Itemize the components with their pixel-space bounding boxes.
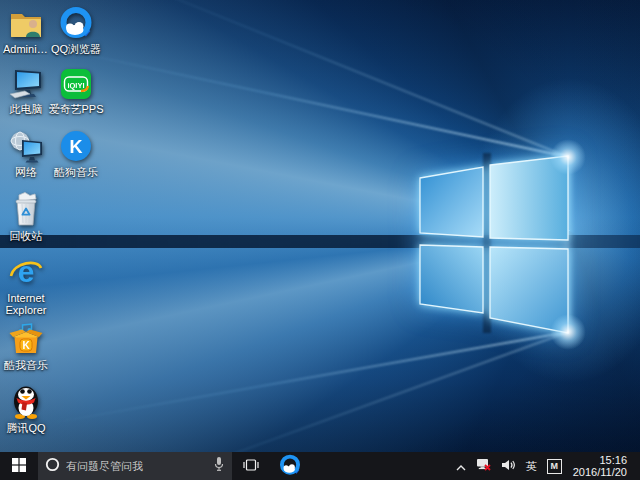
desktop-icon-network[interactable]: 网络 — [2, 129, 50, 178]
task-view-icon — [243, 459, 259, 474]
desktop-icon-tencent-qq[interactable]: 腾讯QQ — [2, 385, 50, 434]
desktop-icon-iqiyi-pps[interactable]: iQIYI 爱奇艺PPS — [52, 66, 100, 115]
logo-corner-glow — [550, 314, 586, 350]
logo-corner-glow — [550, 139, 586, 175]
user-folder-icon — [9, 6, 43, 40]
microphone-icon[interactable] — [213, 456, 225, 476]
icon-label: 酷狗音乐 — [54, 166, 98, 178]
desktop-icon-this-pc[interactable]: 此电脑 — [2, 66, 50, 115]
desktop-wallpaper: Administrator QQ浏览器 — [0, 0, 640, 452]
iqiyi-wordmark: iQIYI — [67, 81, 84, 90]
system-tray: 英 M 15:16 2016/11/20 — [451, 452, 640, 480]
qq-browser-icon — [279, 454, 301, 479]
search-placeholder: 有问题尽管问我 — [66, 459, 207, 474]
chevron-up-icon — [456, 459, 466, 474]
ie-letter: e — [18, 255, 35, 288]
desktop-icon-qq-browser[interactable]: QQ浏览器 — [52, 6, 100, 55]
icon-label: 回收站 — [10, 230, 43, 242]
desktop-icon-kugou-music[interactable]: K 酷狗音乐 — [52, 129, 100, 178]
desktop-icon-administrator[interactable]: Administrator — [2, 6, 50, 55]
kuwo-letter: K — [22, 340, 30, 351]
windows-logo — [418, 150, 570, 340]
kugou-letter: K — [70, 137, 83, 157]
recycle-bin-icon — [10, 193, 42, 227]
internet-explorer-icon: e — [8, 255, 44, 289]
icon-label: Internet Explorer — [2, 292, 50, 316]
icon-label: QQ浏览器 — [51, 43, 101, 55]
clock[interactable]: 15:16 2016/11/20 — [567, 454, 635, 479]
iqiyi-icon: iQIYI — [60, 66, 92, 100]
clock-date: 2016/11/20 — [573, 466, 627, 479]
qq-penguin-icon — [11, 385, 41, 419]
ime-mode-button[interactable]: M — [542, 452, 567, 480]
cortana-search-box[interactable]: 有问题尽管问我 — [38, 452, 232, 480]
computer-icon — [8, 66, 44, 100]
light-ray — [32, 331, 568, 452]
taskbar-qq-browser-button[interactable] — [270, 452, 310, 480]
network-globe-icon — [8, 129, 44, 163]
icon-label: 腾讯QQ — [6, 422, 45, 434]
icon-label: 酷我音乐 — [4, 359, 48, 371]
network-status-button[interactable] — [471, 452, 496, 480]
volume-button[interactable] — [496, 452, 521, 480]
taskbar: 有问题尽管问我 — [0, 452, 640, 480]
kuwo-icon: K — [9, 322, 43, 356]
icon-label: 此电脑 — [10, 103, 43, 115]
network-disconnected-icon — [476, 458, 491, 474]
cortana-icon — [45, 457, 60, 476]
ime-language-button[interactable]: 英 — [521, 452, 542, 480]
desktop-icon-recycle-bin[interactable]: 回收站 — [2, 193, 50, 242]
desktop-icon-internet-explorer[interactable]: e Internet Explorer — [2, 255, 50, 316]
task-view-button[interactable] — [232, 452, 270, 480]
qq-browser-icon — [59, 6, 93, 40]
light-ray — [39, 0, 568, 158]
show-hidden-icons-button[interactable] — [451, 452, 471, 480]
icon-label: 爱奇艺PPS — [49, 103, 104, 115]
light-ray — [6, 331, 568, 432]
icon-label: 网络 — [15, 166, 37, 178]
ime-language-indicator: 英 — [521, 459, 542, 474]
desktop-icon-kuwo-music[interactable]: K 酷我音乐 — [2, 322, 50, 371]
icon-label: Administrator — [3, 43, 49, 55]
ime-mode-icon: M — [547, 459, 562, 474]
clock-time: 15:16 — [599, 454, 627, 467]
speaker-icon — [501, 459, 516, 474]
kugou-icon: K — [59, 129, 93, 163]
windows-start-icon — [12, 458, 26, 475]
start-button[interactable] — [0, 452, 38, 480]
